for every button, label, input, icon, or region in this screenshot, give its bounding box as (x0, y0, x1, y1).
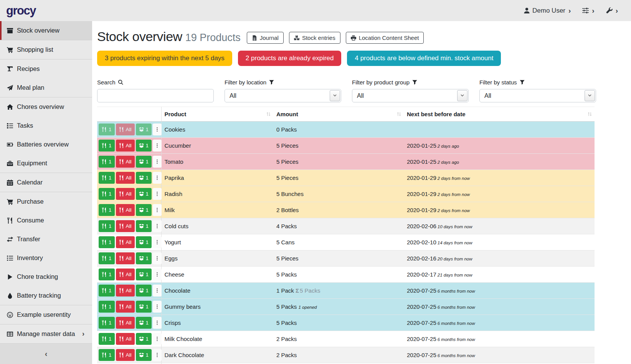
location-content-sheet-button[interactable]: Location Content Sheet (346, 32, 424, 44)
consume-all-button[interactable]: All (116, 156, 135, 168)
row-menu-button[interactable] (153, 172, 162, 184)
consume-one-button[interactable]: 1 (99, 333, 115, 345)
open-one-button[interactable]: 1 (136, 204, 152, 216)
consume-all-button[interactable]: All (116, 252, 135, 264)
sidebar-item-purchase[interactable]: Purchase (0, 192, 92, 211)
sidebar-item-battery-tracking[interactable]: Battery tracking (0, 286, 92, 305)
row-menu-button[interactable] (153, 156, 162, 168)
sidebar-collapse-button[interactable]: ‹ (0, 343, 92, 364)
alert-below-min[interactable]: 4 products are below defined min. stock … (347, 51, 501, 66)
consume-one-button[interactable]: 1 (99, 140, 115, 152)
open-one-button[interactable]: 1 (136, 317, 152, 329)
open-one-button[interactable]: 1 (136, 349, 152, 361)
sidebar-item-inventory[interactable]: Inventory (0, 249, 92, 267)
row-menu-button[interactable] (153, 333, 162, 345)
open-one-button[interactable]: 1 (136, 252, 152, 264)
consume-one-button[interactable]: 1 (99, 156, 115, 168)
consume-all-button[interactable]: All (116, 172, 135, 184)
sidebar-item-example-userentity[interactable]: Example userentity (0, 305, 92, 324)
open-one-button[interactable]: 1 (136, 188, 152, 200)
sidebar-item-shopping-list[interactable]: Shopping list (0, 40, 92, 59)
consume-all-button[interactable]: All (116, 317, 135, 329)
sidebar-item-batteries-overview[interactable]: Batteries overview (0, 135, 92, 154)
open-one-button[interactable]: 1 (136, 301, 152, 313)
consume-all-button[interactable]: All (116, 268, 135, 280)
consume-all-button[interactable]: All (116, 349, 135, 361)
consume-one-button[interactable]: 1 (99, 268, 115, 280)
consume-all-button[interactable]: All (116, 333, 135, 345)
open-one-button[interactable]: 1 (136, 268, 152, 280)
consume-one-button[interactable]: 1 (99, 252, 115, 264)
consume-one-button[interactable]: 1 (99, 172, 115, 184)
consume-one-button[interactable]: 1 (99, 236, 115, 248)
journal-button[interactable]: Journal (247, 32, 284, 44)
sidebar-item-recipes[interactable]: Recipes (0, 59, 92, 78)
alert-expired[interactable]: 2 products are already expired (238, 51, 342, 66)
table-row: 1All1Cold cuts4 Packs2020-02-0610 days f… (97, 218, 595, 234)
sidebar-item-tasks[interactable]: Tasks (0, 116, 92, 135)
table-row: 1All1Cookies0 Packs (97, 122, 595, 138)
open-one-button[interactable]: 1 (136, 236, 152, 248)
sidebar-item-stock-overview[interactable]: Stock overview (0, 21, 92, 40)
consume-all-button[interactable]: All (116, 140, 135, 152)
consume-one-button[interactable]: 1 (99, 220, 115, 232)
row-menu-button[interactable] (153, 124, 162, 135)
sidebar-item-chore-tracking[interactable]: Chore tracking (0, 267, 92, 286)
row-menu-button[interactable] (153, 220, 162, 232)
row-menu-button[interactable] (153, 268, 162, 280)
sidebar-item-manage-master-data[interactable]: Manage master data› (0, 324, 92, 343)
row-menu-button[interactable] (153, 188, 162, 200)
row-menu-button[interactable] (153, 285, 162, 296)
app-logo[interactable]: grocy (6, 4, 36, 18)
consume-one-button[interactable]: 1 (99, 301, 115, 313)
filter-location-select[interactable]: All (225, 89, 341, 102)
consume-all-button[interactable]: All (116, 285, 135, 296)
sidebar-item-transfer[interactable]: Transfer (0, 230, 92, 249)
consume-all-button[interactable]: All (116, 124, 135, 135)
row-menu-button[interactable] (153, 301, 162, 313)
consume-one-button[interactable]: 1 (99, 349, 115, 361)
row-menu-button[interactable] (153, 204, 162, 216)
open-one-button[interactable]: 1 (136, 333, 152, 345)
consume-all-button[interactable]: All (116, 301, 135, 313)
consume-one-button[interactable]: 1 (99, 204, 115, 216)
boxes-icon (294, 35, 299, 41)
consume-one-button[interactable]: 1 (99, 317, 115, 329)
row-menu-button[interactable] (153, 236, 162, 248)
column-header-next-best-before-date[interactable]: Next best before date (404, 107, 595, 122)
row-menu-button[interactable] (153, 140, 162, 152)
consume-all-button[interactable]: All (116, 236, 135, 248)
consume-all-button[interactable]: All (116, 188, 135, 200)
stock-entries-button[interactable]: Stock entries (289, 32, 340, 44)
admin-menu[interactable]: › (606, 7, 618, 14)
column-header-product[interactable]: Product (161, 107, 273, 122)
row-menu-button[interactable] (153, 349, 162, 361)
consume-one-button[interactable]: 1 (99, 124, 115, 135)
sidebar-item-equipment[interactable]: Equipment (0, 154, 92, 173)
consume-one-button[interactable]: 1 (99, 285, 115, 296)
filter-product-group-select[interactable]: All (352, 89, 469, 102)
sidebar-item-consume[interactable]: Consume (0, 211, 92, 230)
open-one-button[interactable]: 1 (136, 220, 152, 232)
alert-expiring[interactable]: 3 products expiring within the next 5 da… (97, 51, 232, 66)
sidebar-item-chores-overview[interactable]: Chores overview (0, 97, 92, 116)
user-menu[interactable]: Demo User › (524, 7, 571, 15)
row-menu-button[interactable] (153, 317, 162, 329)
date-relative: 21 days from now (438, 273, 472, 277)
settings-menu[interactable]: › (582, 7, 594, 14)
filter-status-select[interactable]: All (479, 89, 596, 102)
open-one-button[interactable]: 1 (136, 285, 152, 296)
open-one-button[interactable]: 1 (136, 124, 152, 135)
consume-one-button[interactable]: 1 (99, 188, 115, 200)
open-one-button[interactable]: 1 (136, 172, 152, 184)
open-one-button[interactable]: 1 (136, 140, 152, 152)
open-one-button[interactable]: 1 (136, 156, 152, 168)
row-menu-button[interactable] (153, 252, 162, 264)
stock-table: ProductAmountNext best before date 1All1… (97, 107, 595, 364)
consume-all-button[interactable]: All (116, 220, 135, 232)
sidebar-item-meal-plan[interactable]: Meal plan (0, 78, 92, 97)
consume-all-button[interactable]: All (116, 204, 135, 216)
search-input[interactable] (97, 89, 214, 102)
column-header-amount[interactable]: Amount (273, 107, 404, 122)
sidebar-item-calendar[interactable]: Calendar (0, 173, 92, 192)
